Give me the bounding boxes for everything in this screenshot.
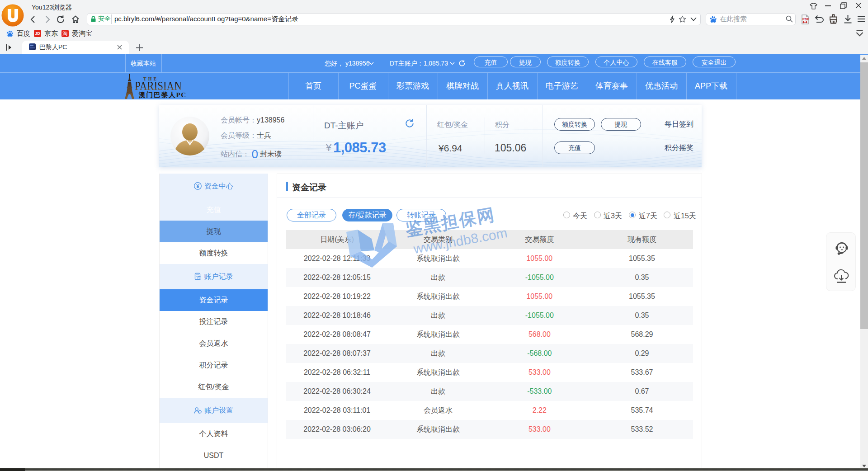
svg-text:PDF: PDF <box>802 17 809 21</box>
